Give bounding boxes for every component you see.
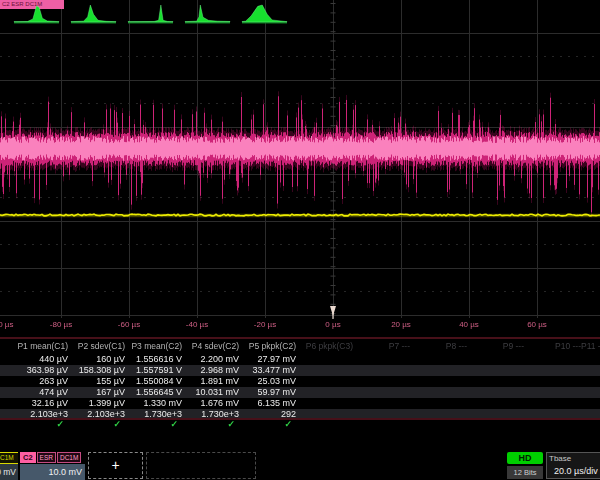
measure-param-header[interactable]: P2 sdev(C1) [68, 339, 125, 353]
c2-vertical-scale: 10.0 mV [20, 464, 85, 480]
measure-param-header[interactable]: P9 --- [467, 339, 524, 353]
measure-row: 363.98 µV158.308 µV1.557591 V2.968 mV33.… [0, 365, 600, 376]
time-tick-label: 40 µs [459, 320, 479, 329]
c1-coupling-badge: DC1M [0, 452, 18, 464]
measure-cell: 167 µV [68, 387, 125, 398]
time-tick-label: -60 µs [118, 320, 140, 329]
timebase-descriptor[interactable]: Tbase 20.0 µs/div [546, 452, 600, 479]
timebase-label: Tbase [549, 453, 571, 464]
measure-cell: 1.556645 V [125, 387, 182, 398]
measure-status-check-icon: ✓ [125, 419, 182, 430]
measure-cell: 1.557591 V [125, 365, 182, 376]
oscilloscope-screen: C2 ESR DC1M -100 µs-80 µs-60 µs-40 µs-20… [0, 0, 600, 480]
measure-cell: 1.556616 V [125, 354, 182, 365]
measure-status-check-icon: ✓ [11, 419, 68, 430]
measure-cell: 1.676 mV [182, 398, 239, 409]
measure-param-header[interactable]: P6 pkpk(C3) [296, 339, 353, 353]
measurement-table: P1 mean(C1)P2 sdev(C1)P3 mean(C2)P4 sdev… [0, 337, 600, 420]
measure-status-check-icon: ✓ [68, 419, 125, 430]
time-tick-label: -80 µs [50, 320, 72, 329]
measure-cell: 2.968 mV [182, 365, 239, 376]
c2-badge-row: C2 ESR DC1M [20, 452, 85, 463]
measure-cell: 158.308 µV [68, 365, 125, 376]
measure-row: 263 µV155 µV1.550084 V1.891 mV25.03 mV [0, 376, 600, 387]
measure-cell: 59.97 mV [239, 387, 296, 398]
measure-param-header[interactable]: P5 pkpk(C2) [239, 339, 296, 353]
time-tick-label: -100 µs [0, 320, 13, 329]
grid-and-waveform-canvas [0, 0, 600, 336]
measure-cell: 2.200 mV [182, 354, 239, 365]
time-tick-label: 0 µs [325, 320, 340, 329]
measure-cell: 1.891 mV [182, 376, 239, 387]
time-axis: -100 µs-80 µs-60 µs-40 µs-20 µs0 µs20 µs… [0, 319, 600, 333]
hd-bits-label: 12 Bits [507, 466, 543, 479]
c2-esr-tag: ESR [37, 452, 56, 463]
measurement-status-row: ✓✓✓✓✓ [0, 419, 600, 430]
time-tick-label: 60 µs [527, 320, 547, 329]
measure-cell: 160 µV [68, 354, 125, 365]
measure-param-header[interactable]: P11 --- [581, 339, 600, 353]
time-tick-label: -20 µs [254, 320, 276, 329]
measure-cell: 363.98 µV [11, 365, 68, 376]
add-trace-button[interactable]: + [88, 452, 143, 479]
measure-param-header[interactable]: P10 --- [524, 339, 581, 353]
measure-cell: 1.399 µV [68, 398, 125, 409]
measure-cell: 1.330 mV [125, 398, 182, 409]
measure-cell: 32.16 µV [11, 398, 68, 409]
measure-row: 474 µV167 µV1.556645 V10.031 mV59.97 mV [0, 387, 600, 398]
measure-row: 32.16 µV1.399 µV1.330 mV1.676 mV6.135 mV [0, 398, 600, 409]
measure-cell: 263 µV [11, 376, 68, 387]
measure-param-header[interactable]: P8 --- [410, 339, 467, 353]
timebase-value: 20.0 µs/div [554, 465, 598, 478]
c2-channel-badge: C2 [20, 452, 36, 463]
measure-cell: 155 µV [68, 376, 125, 387]
measure-param-header[interactable]: P7 --- [353, 339, 410, 353]
measure-cell: 1.550084 V [125, 376, 182, 387]
measure-status-check-icon: ✓ [182, 419, 239, 430]
time-tick-label: -40 µs [186, 320, 208, 329]
measure-param-header[interactable]: P3 mean(C2) [125, 339, 182, 353]
measure-param-header[interactable]: P4 sdev(C2) [182, 339, 239, 353]
descriptor-bar: DC1M 0 mV C2 ESR DC1M 10.0 mV + HD 12 Bi… [0, 452, 600, 480]
histicon-strip-canvas[interactable] [0, 0, 600, 26]
measure-cell: 33.477 mV [239, 365, 296, 376]
measure-row: 440 µV160 µV1.556616 V2.200 mV27.97 mV [0, 354, 600, 365]
measure-cell: 27.97 mV [239, 354, 296, 365]
c1-vertical-scale: 0 mV [0, 464, 18, 480]
hd-mode-badge[interactable]: HD [507, 452, 543, 464]
channel-c1-descriptor[interactable]: DC1M 0 mV [0, 452, 18, 480]
empty-trace-slot[interactable] [146, 452, 256, 479]
measure-cell: 474 µV [11, 387, 68, 398]
c2-coupling-tag: DC1M [57, 452, 81, 463]
channel-c2-descriptor[interactable]: C2 ESR DC1M 10.0 mV [20, 452, 85, 480]
measure-cell: 440 µV [11, 354, 68, 365]
time-tick-label: 20 µs [391, 320, 411, 329]
measure-param-header[interactable]: P1 mean(C1) [11, 339, 68, 353]
measure-cell: 10.031 mV [182, 387, 239, 398]
measure-cell: 6.135 mV [239, 398, 296, 409]
measure-status-check-icon: ✓ [239, 419, 296, 430]
measure-cell: 25.03 mV [239, 376, 296, 387]
